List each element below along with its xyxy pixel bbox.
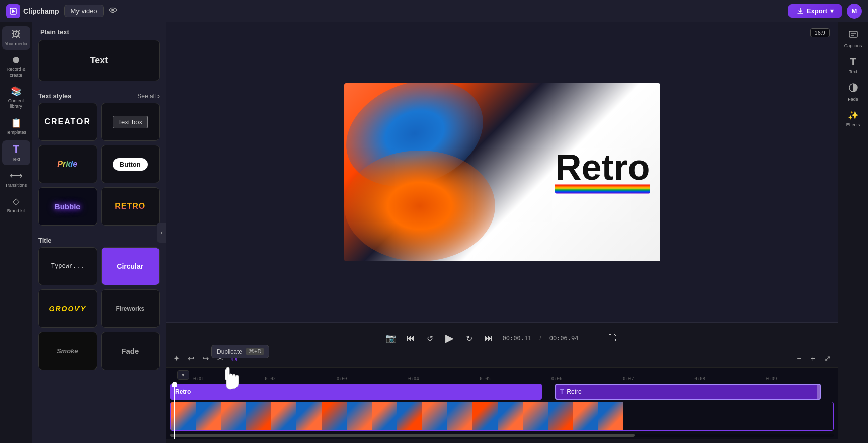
frame-thumb xyxy=(271,402,296,431)
text-icon: T xyxy=(13,143,19,155)
sidebar-item-label: Content library xyxy=(4,98,28,109)
clip-retro-main[interactable]: Retro xyxy=(170,384,542,400)
plain-text-grid: Text xyxy=(32,40,166,87)
orange-smoke-element xyxy=(344,151,495,261)
plain-text-title: Plain text xyxy=(32,22,166,40)
frame-thumb xyxy=(498,402,523,431)
see-all-button[interactable]: See all › xyxy=(137,93,160,100)
sidebar-item-your-media[interactable]: 🖼 Your media xyxy=(2,26,30,50)
brand-icon: ◇ xyxy=(13,196,20,207)
video-title[interactable]: My video xyxy=(64,5,104,17)
left-panel: Plain text Text Text styles See all › CR… xyxy=(32,22,166,443)
preview-background: Retro xyxy=(344,83,660,261)
text-track-row: Retro T Retro xyxy=(170,384,834,400)
timeline-scrollbar-thumb[interactable] xyxy=(170,434,635,437)
forward-button[interactable]: ↻ xyxy=(464,332,475,345)
tick-label: 0:04 xyxy=(408,376,419,381)
text-styles-title: Text styles xyxy=(38,92,71,100)
sidebar-item-templates[interactable]: 📋 Templates xyxy=(2,114,30,138)
section-dropdown-button[interactable]: ▾ xyxy=(177,370,189,380)
expand-timeline-button[interactable]: ⤢ xyxy=(821,352,834,365)
ruler-tick: 0:02 xyxy=(265,376,336,382)
captions-icon xyxy=(848,29,858,42)
app-name: Clipchamp xyxy=(23,7,59,15)
plain-text-label: Text xyxy=(90,55,108,66)
title-section-title: Title xyxy=(38,237,52,244)
panel-collapse-button[interactable]: ‹ xyxy=(157,223,166,243)
playhead xyxy=(174,382,175,439)
sidebar-item-brand[interactable]: ◇ Brand kit xyxy=(2,193,30,217)
style-card-pride[interactable]: Pride xyxy=(38,145,97,183)
frame-thumb xyxy=(472,402,498,431)
right-item-label: Fade xyxy=(848,97,858,102)
eye-icon[interactable]: 👁 xyxy=(109,6,118,16)
style-card-fade[interactable]: Fade xyxy=(101,332,160,370)
text-styles-header: Text styles See all › xyxy=(32,87,166,103)
sidebar-item-label: Your media xyxy=(5,41,27,47)
style-card-retro[interactable]: RETRO xyxy=(101,187,160,226)
frame-thumb xyxy=(347,402,372,431)
zoom-out-button[interactable]: − xyxy=(794,352,804,365)
style-card-bubble[interactable]: Bubble xyxy=(38,187,97,226)
sidebar-item-content[interactable]: 📚 Content library xyxy=(2,83,30,112)
tick-label: 0:05 xyxy=(480,376,491,381)
undo-button[interactable]: ↩ xyxy=(185,352,197,365)
ruler-tick: 0:03 xyxy=(337,376,408,382)
style-card-creator[interactable]: CREATOR xyxy=(38,103,97,141)
sidebar-item-record[interactable]: ⏺ Record & create xyxy=(2,52,30,81)
fullscreen-button[interactable]: ⛶ xyxy=(606,332,618,345)
style-card-textbox[interactable]: Text box xyxy=(101,103,160,141)
clip-right-handle[interactable] xyxy=(817,385,820,399)
style-card-fireworks[interactable]: Fireworks xyxy=(101,289,160,328)
frame-thumb xyxy=(372,402,397,431)
sidebar-item-text[interactable]: T Text xyxy=(2,140,30,165)
duplicate-button[interactable]: ⧉ xyxy=(228,352,240,365)
redo-button[interactable]: ↪ xyxy=(199,352,212,365)
ruler-tick: 0:09 xyxy=(766,376,838,382)
text-tool-icon: T xyxy=(850,56,856,68)
style-card-button[interactable]: Button xyxy=(101,145,160,183)
video-preview: 16:9 Retro xyxy=(166,22,838,322)
right-item-fade[interactable]: Fade xyxy=(840,80,866,105)
frame-thumb xyxy=(397,402,422,431)
typewriter-text: Typewr... xyxy=(51,263,84,270)
chevron-right-icon: › xyxy=(157,93,160,100)
rewind-button[interactable]: ↺ xyxy=(425,332,435,345)
title-grid: Typewr... Circular GROOVY Fireworks Smok… xyxy=(32,247,166,376)
style-card-circular[interactable]: Circular xyxy=(101,247,160,285)
record-icon: ⏺ xyxy=(12,55,21,65)
play-button[interactable]: ▶ xyxy=(443,330,456,347)
video-clip[interactable] xyxy=(170,402,834,431)
media-icon: 🖼 xyxy=(12,29,21,40)
export-button[interactable]: Export ▾ xyxy=(788,4,842,18)
right-item-text[interactable]: T Text xyxy=(840,53,866,78)
style-card-groovy[interactable]: GROOVY xyxy=(38,289,97,328)
creator-text: CREATOR xyxy=(44,117,91,126)
right-item-label: Captions xyxy=(844,43,862,48)
tick-label: 0:06 xyxy=(551,376,563,381)
chevron-down-icon: ▾ xyxy=(182,372,185,378)
magic-tool-button[interactable]: ✦ xyxy=(170,352,183,365)
cut-button[interactable]: ✂ xyxy=(214,352,226,365)
zoom-in-button[interactable]: + xyxy=(808,352,818,365)
ruler-tick: 0:06 xyxy=(551,376,623,382)
sidebar-item-transitions[interactable]: ⟷ Transitions xyxy=(2,167,30,191)
skip-back-button[interactable]: ⏮ xyxy=(405,332,417,345)
ruler-tick: 0:08 xyxy=(694,376,766,382)
frame-thumb xyxy=(422,402,447,431)
style-card-typewriter[interactable]: Typewr... xyxy=(38,247,97,285)
right-item-effects[interactable]: ✨ Effects xyxy=(840,107,866,130)
templates-icon: 📋 xyxy=(11,117,22,128)
plain-text-card[interactable]: Text xyxy=(38,40,160,81)
frame-thumb xyxy=(221,402,246,431)
title-section-header: Title xyxy=(32,232,166,247)
avatar[interactable]: M xyxy=(847,4,862,19)
right-item-captions[interactable]: Captions xyxy=(840,26,866,51)
tick-label: 0:01 xyxy=(193,376,204,381)
aspect-ratio-badge: 16:9 xyxy=(810,28,830,37)
clip-retro-text[interactable]: T Retro xyxy=(555,384,821,400)
skip-forward-button[interactable]: ⏭ xyxy=(483,332,495,345)
transitions-icon: ⟷ xyxy=(10,170,23,181)
track-area: Retro T Retro xyxy=(166,382,838,439)
style-card-smoke[interactable]: Smoke xyxy=(38,332,97,370)
